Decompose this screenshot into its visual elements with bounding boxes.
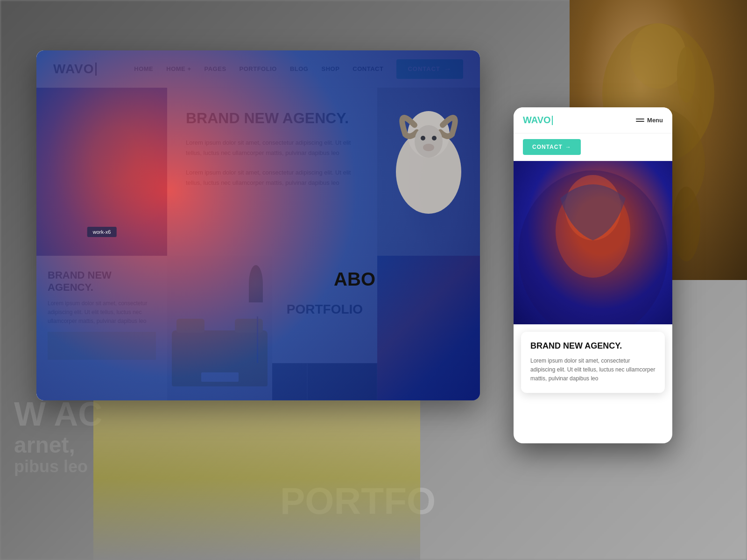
mobile-navbar: WAVO Menu bbox=[514, 107, 672, 133]
hamburger-line-2 bbox=[636, 121, 644, 122]
background-sofa-large bbox=[93, 397, 420, 560]
mobile-contact-button[interactable]: CONTACT → bbox=[523, 139, 581, 155]
mobile-card-para: Lorem ipsum dolor sit amet, consectetur … bbox=[530, 357, 655, 384]
mobile-menu-button[interactable]: Menu bbox=[636, 117, 663, 124]
abo-text-overlay: ABO bbox=[334, 269, 375, 290]
mobile-contact-bar: CONTACT → bbox=[514, 133, 672, 161]
svg-point-9 bbox=[421, 136, 425, 140]
desktop-mockup: WAVO HOME HOME + PAGES PORTFOLIO BLOG SH… bbox=[36, 50, 480, 400]
svg-point-11 bbox=[423, 144, 434, 151]
hamburger-line-1 bbox=[636, 119, 644, 119]
mobile-mockup: WAVO Menu CONTACT → BRAND NEW AGEN bbox=[514, 107, 672, 443]
mobile-text-card: BRAND NEW AGENCY. Lorem ipsum dolor sit … bbox=[521, 332, 665, 393]
mobile-contact-arrow-icon: → bbox=[565, 144, 571, 150]
hamburger-icon bbox=[636, 119, 644, 122]
mobile-card-title: BRAND NEW AGENCY. bbox=[530, 341, 655, 351]
svg-point-10 bbox=[432, 136, 437, 140]
mobile-menu-label: Menu bbox=[647, 117, 663, 124]
svg-point-5 bbox=[677, 47, 696, 103]
svg-point-3 bbox=[672, 187, 700, 261]
mobile-hero-image bbox=[514, 161, 672, 324]
mobile-logo: WAVO bbox=[523, 115, 553, 126]
desktop-content-grid: work-x6 BRAND NEW AGENCY. Lorem ipsum do… bbox=[36, 88, 480, 400]
bottom-right-abstract bbox=[377, 256, 480, 400]
svg-point-8 bbox=[415, 125, 443, 158]
work-badge: work-x6 bbox=[87, 227, 117, 237]
mobile-logo-cursor bbox=[552, 116, 553, 125]
background-text-left: W AC arnet, pibus leo bbox=[14, 396, 102, 476]
